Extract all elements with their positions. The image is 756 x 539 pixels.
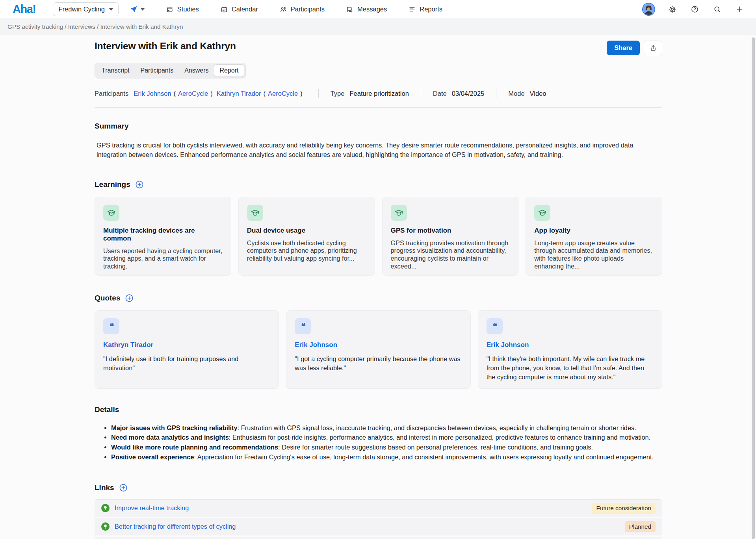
quick-nav-menu[interactable] bbox=[130, 5, 145, 13]
add-quote-button[interactable] bbox=[125, 294, 134, 302]
learning-body: Cyclists use both dedicated cycling comp… bbox=[247, 239, 366, 263]
participant-org-link[interactable]: AeroCycle bbox=[178, 90, 208, 97]
participants-icon bbox=[279, 6, 287, 13]
messages-icon bbox=[346, 6, 354, 13]
page-title: Interview with Erik and Kathryn bbox=[95, 41, 236, 52]
divider bbox=[318, 89, 319, 98]
quote-icon: ❝ bbox=[301, 322, 305, 330]
nav-item-label: Calendar bbox=[232, 6, 258, 13]
nav-item-messages[interactable]: Messages bbox=[346, 6, 387, 13]
quotes-heading: Quotes bbox=[95, 294, 662, 302]
tab-report[interactable]: Report bbox=[214, 64, 244, 77]
summary-heading: Summary bbox=[95, 122, 662, 131]
learning-card[interactable]: Multiple tracking devices are common Use… bbox=[95, 197, 231, 276]
date-label: Date bbox=[433, 90, 447, 97]
link-label[interactable]: Better tracking for different types of c… bbox=[115, 523, 236, 530]
paren: ( bbox=[174, 90, 176, 97]
quote-text: "I think they're both important. My wife… bbox=[487, 354, 654, 382]
learning-card[interactable]: Dual device usage Cyclists use both dedi… bbox=[238, 197, 375, 276]
quote-card[interactable]: ❝ Erik Johnson "I think they're both imp… bbox=[478, 310, 662, 389]
learning-body: Long-term app usage creates value throug… bbox=[534, 239, 654, 271]
learning-title: Multiple tracking devices are common bbox=[103, 227, 223, 242]
nav-item-label: Messages bbox=[357, 6, 387, 13]
breadcrumb[interactable]: GPS activity tracking / Interviews / Int… bbox=[7, 23, 183, 30]
divider bbox=[496, 89, 496, 98]
details-bullet: Major issues with GPS tracking reliabili… bbox=[111, 423, 662, 433]
quote-chip: ❝ bbox=[487, 318, 503, 334]
tab-answers[interactable]: Answers bbox=[179, 64, 214, 77]
learning-title: GPS for motivation bbox=[391, 227, 510, 235]
nav-item-reports[interactable]: Reports bbox=[408, 6, 442, 13]
graduation-cap-icon bbox=[107, 208, 116, 217]
search-button[interactable] bbox=[712, 5, 722, 14]
graduation-cap-icon bbox=[251, 208, 260, 217]
participant-link[interactable]: Kathryn Tirador bbox=[217, 90, 261, 97]
type-label: Type bbox=[331, 90, 345, 97]
learning-card[interactable]: GPS for motivation GPS tracking provides… bbox=[382, 197, 519, 276]
share-button[interactable]: Share bbox=[607, 41, 640, 55]
link-label[interactable]: Improve real-time tracking bbox=[115, 504, 189, 512]
top-nav: Aha! Fredwin Cycling Studies Calendar Pa… bbox=[0, 0, 756, 19]
learning-chip bbox=[247, 205, 263, 221]
learnings-grid: Multiple tracking devices are common Use… bbox=[95, 197, 662, 276]
quote-author-link[interactable]: Kathryn Tirador bbox=[103, 341, 153, 349]
avatar[interactable] bbox=[643, 4, 654, 15]
divider bbox=[421, 89, 421, 98]
settings-button[interactable] bbox=[667, 5, 677, 14]
participant-org-link[interactable]: AeroCycle bbox=[268, 90, 298, 97]
tab-participants[interactable]: Participants bbox=[135, 64, 179, 77]
quote-chip: ❝ bbox=[295, 318, 311, 334]
learnings-heading: Learnings bbox=[95, 180, 662, 189]
learning-body: Users reported having a cycling computer… bbox=[103, 247, 223, 271]
quote-card[interactable]: ❝ Kathryn Tirador "I definitely use it b… bbox=[95, 310, 279, 389]
links-list: Improve real-time tracking Future consid… bbox=[95, 499, 662, 539]
workspace-selector[interactable]: Fredwin Cycling bbox=[53, 2, 118, 16]
mode-value: Video bbox=[530, 90, 546, 97]
link-row[interactable]: Improve real-time tracking Future consid… bbox=[95, 500, 662, 517]
idea-icon bbox=[101, 522, 110, 531]
plus-icon bbox=[736, 5, 744, 13]
nav-item-calendar[interactable]: Calendar bbox=[220, 6, 258, 13]
links-heading: Links bbox=[95, 483, 662, 492]
calendar-icon bbox=[220, 6, 228, 13]
quote-chip: ❝ bbox=[103, 318, 119, 334]
learning-chip bbox=[103, 205, 119, 221]
vertical-scrollbar[interactable] bbox=[752, 37, 755, 539]
quote-card[interactable]: ❝ Erik Johnson "I got a cycling computer… bbox=[286, 310, 470, 389]
circle-plus-icon bbox=[119, 483, 128, 492]
report-tabs: Transcript Participants Answers Report bbox=[95, 63, 246, 78]
paper-plane-icon bbox=[130, 5, 138, 13]
quote-author-link[interactable]: Erik Johnson bbox=[487, 341, 529, 349]
type-value: Feature prioritization bbox=[349, 90, 409, 97]
divider bbox=[95, 107, 662, 108]
learning-card[interactable]: App loyalty Long-term app usage creates … bbox=[526, 197, 662, 276]
participant-link[interactable]: Erik Johnson bbox=[134, 90, 171, 97]
paren: ( bbox=[264, 90, 266, 97]
add-learning-button[interactable] bbox=[135, 180, 144, 189]
status-badge: Future consideration bbox=[592, 503, 656, 514]
learning-title: App loyalty bbox=[534, 227, 654, 235]
nav-item-participants[interactable]: Participants bbox=[279, 6, 325, 13]
tab-transcript[interactable]: Transcript bbox=[96, 64, 135, 77]
nav-item-studies[interactable]: Studies bbox=[166, 6, 199, 13]
link-row[interactable]: Enhance activity tracking On track bbox=[95, 537, 662, 539]
learning-chip bbox=[391, 205, 407, 221]
interview-meta: Participants Erik Johnson ( AeroCycle ) … bbox=[95, 89, 662, 98]
chevron-down-icon bbox=[109, 8, 113, 11]
circle-plus-icon bbox=[125, 294, 134, 302]
search-icon bbox=[713, 5, 721, 13]
quote-author-link[interactable]: Erik Johnson bbox=[295, 341, 337, 349]
add-button[interactable] bbox=[735, 5, 744, 14]
gear-icon bbox=[668, 5, 676, 13]
add-link-button[interactable] bbox=[119, 483, 128, 492]
graduation-cap-icon bbox=[394, 208, 403, 217]
details-bullet: Need more data analytics and insights: E… bbox=[111, 433, 662, 442]
paren: ) bbox=[300, 90, 303, 97]
export-button[interactable] bbox=[644, 41, 662, 55]
learnings-heading-label: Learnings bbox=[95, 180, 130, 189]
link-row[interactable]: Better tracking for different types of c… bbox=[95, 518, 662, 535]
help-button[interactable] bbox=[690, 5, 699, 14]
share-export-icon bbox=[649, 44, 657, 52]
aha-logo: Aha! bbox=[13, 3, 35, 16]
quotes-grid: ❝ Kathryn Tirador "I definitely use it b… bbox=[95, 310, 662, 389]
